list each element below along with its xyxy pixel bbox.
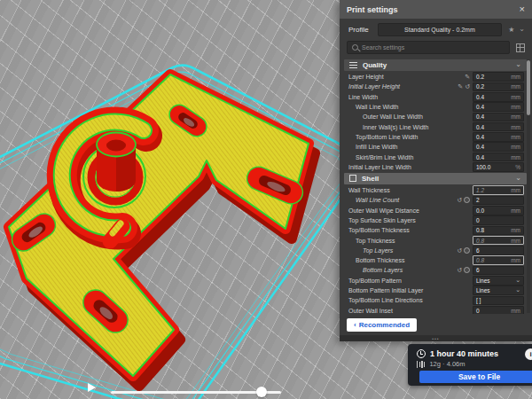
setting-value: 0.4 (476, 134, 484, 140)
setting-value-input[interactable]: 1.2mm (473, 185, 524, 195)
setting-row: Bottom Thickness0.8mm (344, 255, 532, 265)
setting-label: Top/Bottom Thickness (348, 227, 410, 233)
setting-value-input[interactable]: 0.4mm (473, 122, 524, 132)
setting-row: Top/Bottom Line Width0.4mm (344, 132, 532, 142)
filter-icon[interactable] (516, 43, 525, 52)
setting-value-input[interactable]: 2 (473, 196, 524, 206)
setting-value-input[interactable]: 0.4mm (473, 153, 524, 162)
unit-label: mm (511, 308, 520, 314)
setting-label: Bottom Layers (363, 267, 403, 273)
chevron-down-icon: ⌄ (515, 176, 521, 181)
calc-icon[interactable] (464, 247, 470, 254)
setting-value-input[interactable]: 0.4mm (473, 113, 524, 122)
info-icon[interactable]: i (525, 348, 532, 360)
setting-value: 0.0 (476, 207, 484, 214)
setting-label: Top Thickness (356, 238, 395, 244)
section-header-shell[interactable]: Shell⌄ (344, 173, 527, 184)
setting-value: 0.4 (476, 94, 484, 100)
setting-label: Outer Wall Line Width (363, 113, 423, 120)
setting-dropdown[interactable]: Lines⌄ (473, 286, 524, 295)
search-input[interactable]: Search settings (347, 41, 510, 54)
setting-value-input[interactable]: 0.8mm (473, 226, 524, 236)
setting-value-input[interactable]: [ ] (473, 296, 524, 306)
setting-label: Top/Bottom Line Directions (348, 297, 423, 303)
settings-list: Quality⌄Layer Height0.2mmInitial Layer H… (340, 59, 532, 314)
revert-icon[interactable] (457, 247, 462, 254)
setting-value-input[interactable]: 0.4mm (473, 132, 524, 142)
revert-icon[interactable] (465, 83, 470, 90)
model-part[interactable] (7, 74, 315, 386)
setting-label: Layer Height (348, 74, 384, 80)
section-header-quality[interactable]: Quality⌄ (344, 59, 527, 71)
setting-value-input[interactable]: 0mm (473, 306, 524, 314)
setting-value: 6 (476, 267, 480, 273)
setting-label: Skirt/Brim Line Width (356, 154, 413, 160)
calc-icon[interactable] (464, 197, 470, 203)
setting-value-input[interactable]: 0.4mm (473, 142, 524, 152)
pencil-icon[interactable] (465, 74, 470, 80)
setting-value-input[interactable]: 100.0% (473, 162, 524, 172)
close-icon[interactable]: × (520, 4, 525, 14)
search-icon (352, 44, 358, 51)
setting-dropdown[interactable]: Lines⌄ (473, 276, 524, 286)
profile-dropdown[interactable]: Standard Quality - 0.2mm (378, 23, 502, 36)
setting-value: 0.2 (476, 83, 484, 90)
setting-value-input[interactable]: 6 (473, 266, 524, 276)
setting-row: Bottom Layers6 (344, 265, 532, 275)
setting-row: Outer Wall Inset0mm (344, 306, 532, 314)
layer-slider-handle[interactable] (256, 387, 267, 397)
setting-label: Top/Bottom Line Width (356, 134, 418, 140)
unit-label: mm (511, 74, 520, 80)
search-row: Search settings (340, 39, 532, 58)
revert-icon[interactable] (457, 197, 462, 203)
setting-value: 2 (476, 197, 480, 203)
material-row: 12g · 4.06m (408, 358, 532, 368)
setting-label: Top Layers (363, 247, 393, 254)
setting-value-input[interactable]: 0.2mm (473, 72, 524, 82)
profile-value: Standard Quality - 0.2mm (404, 27, 475, 33)
recommended-button[interactable]: ‹ Recommended (347, 318, 417, 332)
setting-value-input[interactable]: 0.4mm (473, 92, 524, 102)
calc-icon[interactable] (464, 267, 470, 273)
setting-value-input[interactable]: 6 (473, 246, 524, 255)
profile-row: Profile Standard Quality - 0.2mm ★ ⌄ (340, 19, 532, 39)
model-cylinder (97, 133, 136, 192)
play-button[interactable] (88, 383, 96, 392)
setting-value-input[interactable]: 0.4mm (473, 102, 524, 112)
setting-value: 0 (476, 217, 480, 223)
setting-value: Lines (476, 278, 490, 284)
setting-value-input[interactable]: 0 (473, 215, 524, 225)
setting-row: Initial Layer Line Width100.0% (344, 162, 532, 172)
chevron-down-icon: ⌄ (515, 278, 520, 282)
setting-value: 0 (476, 308, 480, 314)
setting-value: 0.8 (476, 238, 484, 244)
save-to-file-button[interactable]: Save to File (419, 371, 532, 383)
unit-label: mm (511, 113, 520, 120)
panel-resize-handle[interactable]: ••• (340, 335, 532, 341)
chevron-down-icon[interactable]: ⌄ (519, 27, 525, 32)
shell-section-icon (349, 175, 356, 182)
revert-icon[interactable] (457, 267, 462, 273)
setting-value-input[interactable]: 0.0mm (473, 206, 524, 215)
setting-label: Top/Bottom Pattern (348, 278, 402, 284)
setting-row: Inner Wall(s) Line Width0.4mm (344, 121, 532, 131)
unit-label: mm (511, 124, 520, 130)
setting-label: Line Width (348, 94, 378, 100)
panel-title: Print settings (347, 5, 398, 14)
scrollbar[interactable] (527, 59, 530, 313)
clock-icon (417, 349, 426, 358)
favorite-star-icon[interactable]: ★ (508, 26, 514, 34)
setting-row: Layer Height0.2mm (344, 72, 532, 82)
setting-value: [ ] (476, 297, 481, 303)
setting-value-input[interactable]: 0.2mm (473, 82, 524, 92)
setting-value-input[interactable]: 0.8mm (473, 255, 524, 265)
setting-row: Wall Line Width0.4mm (344, 102, 532, 112)
pencil-icon[interactable] (458, 83, 463, 90)
setting-value-input[interactable]: 0.8mm (473, 236, 524, 246)
search-placeholder: Search settings (362, 44, 404, 51)
setting-label: Outer Wall Wipe Distance (348, 207, 419, 214)
setting-value: 0.8 (476, 227, 484, 233)
setting-value: 0.2 (476, 74, 484, 80)
setting-label: Wall Thickness (348, 187, 390, 193)
scrollbar-thumb[interactable] (527, 60, 530, 115)
